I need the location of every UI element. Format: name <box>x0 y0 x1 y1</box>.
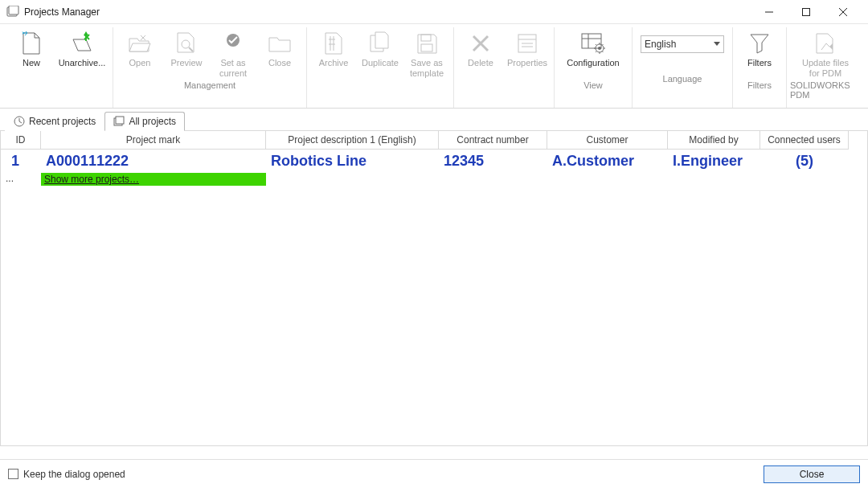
cell-id: 1 <box>1 150 41 173</box>
app-icon <box>6 6 19 18</box>
delete-icon <box>468 31 493 56</box>
col-id[interactable]: ID <box>1 131 41 150</box>
cell-customer: A.Customer <box>547 150 668 173</box>
projects-grid: ID Project mark Project description 1 (E… <box>0 131 868 446</box>
table-row[interactable]: 1 A000111222 Robotics Line 12345 A.Custo… <box>1 150 867 173</box>
management-group-label: Management <box>184 79 235 93</box>
close-button-label: Close <box>800 469 825 480</box>
close-button[interactable]: Close <box>764 465 860 483</box>
close-project-label: Close <box>268 58 291 79</box>
filters-group-label: Filters <box>747 79 772 93</box>
col-modified-by[interactable]: Modified by <box>668 131 760 150</box>
new-button[interactable]: New <box>8 27 55 79</box>
checkbox-box <box>8 469 18 479</box>
tab-strip: Recent projects All projects <box>0 109 868 131</box>
col-connected-users[interactable]: Connected users <box>760 131 849 150</box>
title-bar: Projects Manager <box>0 0 868 24</box>
new-label: New <box>23 58 40 79</box>
duplicate-label: Duplicate <box>362 58 399 79</box>
duplicate-button[interactable]: Duplicate <box>357 27 403 79</box>
save-template-icon <box>414 31 440 56</box>
keep-open-checkbox[interactable]: Keep the dialog opened <box>8 469 125 480</box>
ribbon-group-label-empty <box>57 79 59 93</box>
configuration-button[interactable]: Configuration <box>558 27 628 79</box>
col-customer[interactable]: Customer <box>547 131 668 150</box>
close-folder-icon <box>267 31 293 56</box>
ribbon-group-filters: Filters Filters <box>733 27 787 108</box>
update-pdm-label: Update files for PDM <box>802 58 849 79</box>
properties-button[interactable]: Properties <box>504 27 551 79</box>
cell-connected: (5) <box>760 150 849 173</box>
ribbon-group-management: Open Preview Set as current Close Manage… <box>113 27 307 108</box>
cell-project-mark: A000111222 <box>41 150 266 173</box>
pdm-group-label: SOLIDWORKS PDM <box>790 79 861 103</box>
grid-more-row: ... Show more projects… <box>1 173 867 186</box>
update-pdm-button[interactable]: Update files for PDM <box>790 27 861 79</box>
preview-button[interactable]: Preview <box>163 27 210 79</box>
preview-label: Preview <box>170 58 202 79</box>
filters-button[interactable]: Filters <box>736 27 783 79</box>
open-folder-icon <box>127 31 153 56</box>
configuration-label: Configuration <box>567 58 619 79</box>
col-contract[interactable]: Contract number <box>439 131 547 150</box>
ribbon-group-view: Configuration View <box>555 27 633 108</box>
svg-rect-19 <box>582 34 601 48</box>
duplicate-icon <box>367 31 393 56</box>
show-more-link[interactable]: Show more projects… <box>41 173 266 186</box>
ribbon-toolbar: New Unarchive... Open Preview Set as cur… <box>0 24 868 109</box>
cell-description: Robotics Line <box>266 150 439 173</box>
archive-icon <box>321 31 346 56</box>
archive-button[interactable]: Archive <box>310 27 357 79</box>
tab-all-projects[interactable]: All projects <box>104 112 185 131</box>
tab-recent-projects[interactable]: Recent projects <box>5 112 104 131</box>
properties-label: Properties <box>507 58 547 79</box>
more-dots: ... <box>1 173 41 186</box>
close-project-button[interactable]: Close <box>256 27 303 79</box>
maximize-button[interactable] <box>788 0 825 24</box>
ribbon-group-language: English Language <box>633 27 733 108</box>
keep-open-label: Keep the dialog opened <box>23 469 125 480</box>
unarchive-button[interactable]: Unarchive... <box>55 27 109 79</box>
open-label: Open <box>129 58 151 79</box>
language-group-label: Language <box>663 72 702 87</box>
dialog-footer: Keep the dialog opened Close <box>0 459 868 488</box>
chevron-down-icon <box>714 42 720 47</box>
filters-label: Filters <box>747 58 772 79</box>
minimize-button[interactable] <box>751 0 788 24</box>
grid-header: ID Project mark Project description 1 (E… <box>1 131 867 150</box>
filter-icon <box>747 31 772 56</box>
svg-point-23 <box>598 47 601 50</box>
projects-icon <box>113 116 125 127</box>
set-current-button[interactable]: Set as current <box>210 27 256 79</box>
update-pdm-icon <box>813 31 838 56</box>
configuration-icon <box>580 31 606 56</box>
ribbon-group-archive: Archive Duplicate Save as template <box>307 27 454 108</box>
svg-marker-24 <box>714 42 720 46</box>
delete-label: Delete <box>468 58 493 79</box>
svg-rect-3 <box>803 8 810 15</box>
save-template-label: Save as template <box>410 58 444 79</box>
view-group-label: View <box>583 79 603 93</box>
ribbon-group-new: New Unarchive... <box>5 27 113 108</box>
close-window-button[interactable] <box>825 0 862 24</box>
unarchive-label: Unarchive... <box>59 58 106 79</box>
clock-icon <box>14 116 25 127</box>
properties-icon <box>514 31 540 56</box>
open-button[interactable]: Open <box>117 27 163 79</box>
new-file-icon <box>18 31 44 56</box>
col-project-mark[interactable]: Project mark <box>41 131 266 150</box>
cell-contract: 12345 <box>439 150 547 173</box>
tab-all-label: All projects <box>129 116 176 127</box>
language-select[interactable]: English <box>641 35 724 53</box>
archive-label: Archive <box>319 58 349 79</box>
ribbon-group-edit: Delete Properties <box>454 27 555 108</box>
svg-marker-7 <box>84 31 88 35</box>
preview-icon <box>174 31 199 56</box>
col-description[interactable]: Project description 1 (English) <box>266 131 439 150</box>
ribbon-group-pdm: Update files for PDM SOLIDWORKS PDM <box>787 27 864 108</box>
delete-button[interactable]: Delete <box>457 27 504 79</box>
tab-recent-label: Recent projects <box>29 116 96 127</box>
save-template-button[interactable]: Save as template <box>403 27 450 79</box>
svg-rect-28 <box>116 117 124 124</box>
unarchive-icon <box>69 31 95 56</box>
